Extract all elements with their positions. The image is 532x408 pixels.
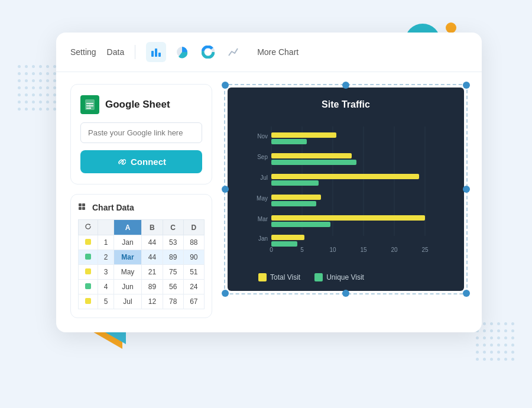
col-c: C bbox=[163, 220, 183, 235]
chart-wrapper: Site Traffic Nov bbox=[224, 84, 468, 294]
toolbar-divider bbox=[135, 45, 135, 59]
pie-chart-icon-btn[interactable] bbox=[172, 42, 192, 62]
row-num: 4 bbox=[98, 280, 113, 294]
row-b: 89 bbox=[142, 280, 163, 294]
row-num: 3 bbox=[98, 265, 113, 280]
grid-icon bbox=[78, 203, 87, 212]
legend-total-visit-label: Total Visit bbox=[270, 273, 300, 281]
chart-data-section: Chart Data A bbox=[70, 194, 212, 318]
link-icon bbox=[116, 157, 126, 167]
row-c: 56 bbox=[163, 280, 183, 294]
toolbar-nav: Setting Data bbox=[70, 45, 124, 59]
col-refresh bbox=[79, 220, 98, 235]
svg-rect-29 bbox=[271, 174, 419, 179]
col-b: B bbox=[142, 220, 163, 235]
svg-rect-12 bbox=[79, 203, 82, 206]
toolbar: Setting Data bbox=[56, 33, 482, 72]
chart-data-label: Chart Data bbox=[92, 203, 134, 212]
row-color bbox=[79, 294, 98, 309]
row-b: 21 bbox=[142, 265, 163, 280]
chart-container: Site Traffic Nov bbox=[228, 88, 464, 291]
legend-unique-visit: Unique Visit bbox=[314, 273, 364, 281]
row-d: 88 bbox=[183, 235, 204, 250]
svg-rect-13 bbox=[82, 203, 85, 206]
row-b: 44 bbox=[142, 235, 163, 250]
dot-grid-top-left bbox=[18, 65, 56, 111]
row-a: Jun bbox=[113, 280, 142, 294]
row-c: 75 bbox=[163, 265, 183, 280]
main-panel: Setting Data bbox=[56, 33, 482, 332]
google-sheet-section: Google Sheet Connect bbox=[70, 84, 212, 184]
row-color bbox=[79, 250, 98, 265]
handle-middle-left[interactable] bbox=[222, 186, 229, 193]
chart-title: Site Traffic bbox=[237, 99, 455, 110]
svg-rect-10 bbox=[86, 108, 91, 109]
svg-text:Nov: Nov bbox=[257, 133, 268, 140]
svg-text:5: 5 bbox=[300, 247, 304, 253]
row-a: Jan bbox=[113, 235, 142, 250]
svg-text:10: 10 bbox=[329, 247, 336, 253]
svg-rect-14 bbox=[79, 207, 82, 210]
table-row: 3 May 21 75 51 bbox=[79, 265, 205, 280]
col-d: D bbox=[183, 220, 204, 235]
more-chart-label[interactable]: More Chart bbox=[257, 47, 299, 57]
handle-middle-top[interactable] bbox=[342, 82, 349, 89]
bar-chart-icon-btn[interactable] bbox=[146, 42, 166, 62]
handle-middle-right[interactable] bbox=[463, 186, 470, 193]
body-content: Google Sheet Connect bbox=[56, 72, 482, 332]
col-a: A bbox=[113, 220, 142, 235]
connect-label: Connect bbox=[131, 157, 166, 167]
google-link-input[interactable] bbox=[80, 122, 202, 143]
svg-rect-1 bbox=[155, 48, 157, 57]
svg-rect-39 bbox=[271, 241, 297, 247]
svg-text:15: 15 bbox=[360, 247, 367, 253]
row-b: 12 bbox=[142, 294, 163, 309]
connect-button[interactable]: Connect bbox=[80, 150, 202, 173]
row-c: 53 bbox=[163, 235, 183, 250]
chart-type-icons bbox=[146, 42, 244, 62]
legend-dot-yellow bbox=[258, 273, 267, 281]
row-num: 5 bbox=[98, 294, 113, 309]
legend-dot-green bbox=[314, 273, 323, 281]
chart-data-title: Chart Data bbox=[78, 203, 205, 212]
svg-text:Mar: Mar bbox=[258, 216, 268, 222]
svg-text:Jan: Jan bbox=[258, 235, 268, 242]
handle-middle-bottom[interactable] bbox=[342, 290, 349, 297]
gs-header: Google Sheet bbox=[80, 95, 202, 114]
row-d: 24 bbox=[183, 280, 204, 294]
row-color bbox=[79, 280, 98, 294]
svg-text:25: 25 bbox=[421, 247, 429, 253]
svg-rect-36 bbox=[271, 222, 330, 227]
svg-rect-0 bbox=[151, 51, 154, 57]
legend-unique-visit-label: Unique Visit bbox=[326, 273, 364, 281]
table-row: 2 Mar 44 89 90 bbox=[79, 250, 205, 265]
donut-chart-icon bbox=[202, 46, 215, 59]
svg-rect-23 bbox=[271, 132, 336, 138]
row-color bbox=[79, 265, 98, 280]
nav-data[interactable]: Data bbox=[107, 45, 125, 59]
table-row: 1 Jan 44 53 88 bbox=[79, 235, 205, 250]
row-color bbox=[79, 235, 98, 250]
svg-rect-33 bbox=[271, 201, 316, 206]
row-a: May bbox=[113, 265, 142, 280]
deco-orange-dot bbox=[446, 22, 456, 33]
row-d: 67 bbox=[183, 294, 204, 309]
svg-rect-32 bbox=[271, 195, 321, 200]
handle-bottom-left[interactable] bbox=[222, 290, 229, 297]
svg-rect-24 bbox=[271, 139, 307, 144]
nav-setting[interactable]: Setting bbox=[70, 45, 96, 59]
google-sheet-icon bbox=[80, 95, 99, 114]
col-num bbox=[98, 220, 113, 235]
bar-chart-svg: Nov Sep Jul May bbox=[237, 121, 455, 263]
svg-text:Jul: Jul bbox=[260, 174, 268, 181]
row-c: 78 bbox=[163, 294, 183, 309]
handle-bottom-right[interactable] bbox=[463, 290, 470, 297]
svg-rect-26 bbox=[271, 153, 352, 158]
pie-chart-icon bbox=[176, 46, 189, 59]
line-chart-icon-btn[interactable] bbox=[224, 42, 244, 62]
row-num: 2 bbox=[98, 250, 113, 265]
svg-rect-35 bbox=[271, 215, 425, 221]
svg-text:20: 20 bbox=[391, 247, 398, 253]
donut-chart-icon-btn[interactable] bbox=[198, 42, 218, 62]
left-panel: Google Sheet Connect bbox=[70, 84, 212, 318]
